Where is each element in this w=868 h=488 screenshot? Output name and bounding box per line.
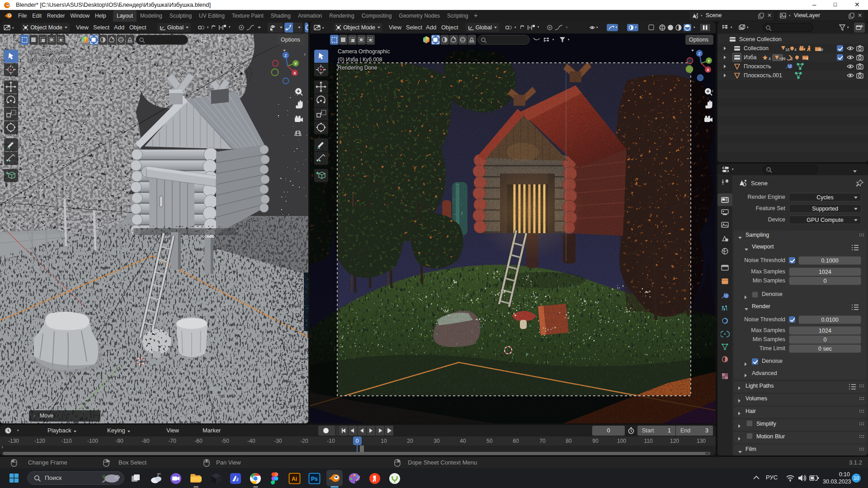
- svg-text:Ai: Ai: [292, 476, 297, 482]
- svg-text:60: 60: [513, 438, 519, 444]
- svg-text:-30: -30: [274, 438, 282, 444]
- svg-text:Z: Z: [698, 52, 701, 56]
- svg-text:99: 99: [819, 47, 823, 52]
- svg-text:-40: -40: [247, 438, 255, 444]
- svg-text:-20: -20: [300, 438, 308, 444]
- svg-text:-70: -70: [168, 438, 176, 444]
- svg-text:Y: Y: [294, 61, 297, 66]
- svg-text:Ps: Ps: [311, 476, 318, 482]
- svg-text:110: 110: [644, 438, 652, 444]
- svg-text:30: 30: [434, 438, 440, 444]
- svg-text:Z: Z: [284, 53, 287, 58]
- svg-text:40: 40: [460, 438, 466, 444]
- svg-text:120: 120: [670, 438, 679, 444]
- svg-text:Y: Y: [708, 59, 710, 63]
- svg-text:-110: -110: [61, 438, 71, 444]
- svg-text:4: 4: [769, 56, 771, 61]
- svg-text:-60: -60: [194, 438, 203, 444]
- svg-text:X: X: [293, 71, 296, 75]
- svg-text:0: 0: [356, 438, 359, 444]
- svg-text:80: 80: [566, 438, 572, 444]
- svg-text:16: 16: [785, 47, 790, 52]
- svg-text:-120: -120: [34, 438, 45, 444]
- svg-text:90: 90: [592, 438, 599, 444]
- svg-text:-80: -80: [142, 438, 150, 444]
- svg-text:70: 70: [539, 438, 546, 444]
- svg-text:20: 20: [407, 438, 413, 444]
- svg-text:50: 50: [486, 438, 493, 444]
- svg-text:X: X: [707, 68, 709, 72]
- svg-text:+99: +99: [779, 56, 786, 61]
- svg-text:100: 100: [617, 438, 626, 444]
- svg-text:-130: -130: [8, 438, 19, 444]
- svg-text:4: 4: [794, 47, 797, 52]
- svg-text:2: 2: [791, 56, 793, 61]
- svg-text:-10: -10: [327, 438, 335, 444]
- svg-text:-50: -50: [221, 438, 229, 444]
- svg-text:7°: 7°: [157, 473, 161, 477]
- svg-text:-90: -90: [115, 438, 123, 444]
- svg-text:10: 10: [381, 438, 387, 444]
- svg-text:130: 130: [697, 438, 706, 444]
- svg-text:4: 4: [806, 56, 808, 61]
- svg-text:-100: -100: [87, 438, 98, 444]
